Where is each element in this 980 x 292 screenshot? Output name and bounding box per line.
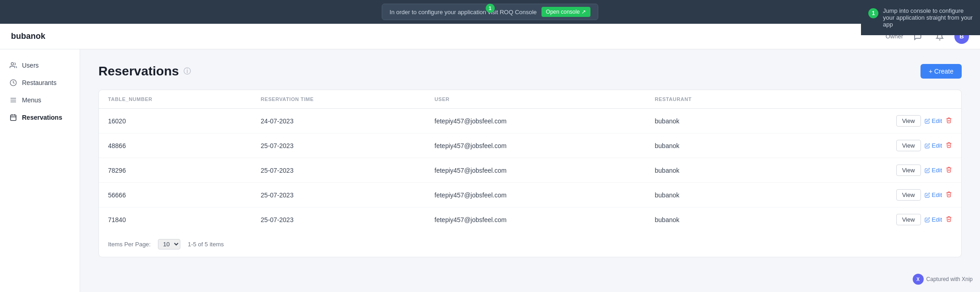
cell-table-number: 78296	[99, 158, 252, 183]
cell-reservation-time: 25-07-2023	[252, 158, 426, 183]
sidebar-users-label: Users	[22, 62, 39, 69]
edit-button[interactable]: Edit	[925, 191, 942, 198]
delete-button[interactable]	[946, 142, 952, 149]
cell-table-number: 16020	[99, 109, 252, 133]
view-button[interactable]: View	[896, 140, 921, 151]
sidebar-reservations-label: Reservations	[22, 114, 62, 121]
items-per-page-label: Items Per Page:	[108, 241, 151, 248]
create-button[interactable]: + Create	[920, 64, 962, 79]
side-tooltip-text: Jump into console to configure your appl…	[883, 7, 973, 28]
cell-actions: View Edit	[780, 207, 961, 232]
sidebar-item-restaurants[interactable]: Restaurants	[0, 74, 80, 91]
cell-user: fetepiy457@jobsfeel.com	[425, 133, 645, 158]
open-console-button[interactable]: Open console ↗	[541, 7, 590, 17]
reservations-table-container: TABLE_NUMBER RESERVATION TIME USER RESTA…	[98, 90, 962, 257]
side-tooltip: 1 Jump into console to configure your ap…	[861, 0, 980, 35]
per-page-select[interactable]: 10 25 50	[158, 239, 180, 250]
table-header-row: TABLE_NUMBER RESERVATION TIME USER RESTA…	[99, 90, 961, 109]
table-row: 56666 25-07-2023 fetepiy457@jobsfeel.com…	[99, 183, 961, 207]
table-row: 71840 25-07-2023 fetepiy457@jobsfeel.com…	[99, 207, 961, 232]
delete-button[interactable]	[946, 117, 952, 125]
cell-reservation-time: 25-07-2023	[252, 133, 426, 158]
xnip-logo: X	[913, 274, 924, 285]
table-row: 78296 25-07-2023 fetepiy457@jobsfeel.com…	[99, 158, 961, 183]
page-title-area: Reservations ⓘ	[98, 64, 191, 79]
cell-restaurant: bubanok	[646, 207, 780, 232]
delete-button[interactable]	[946, 216, 952, 223]
cell-restaurant: bubanok	[646, 109, 780, 133]
restaurant-icon	[9, 79, 17, 87]
col-user: USER	[425, 90, 645, 109]
per-page-selector[interactable]: 10 25 50	[158, 239, 180, 250]
cell-user: fetepiy457@jobsfeel.com	[425, 183, 645, 207]
sidebar-restaurants-label: Restaurants	[22, 79, 56, 86]
cell-actions: View Edit	[780, 183, 961, 207]
view-button[interactable]: View	[896, 165, 921, 176]
header: bubanok Owner 1 B	[0, 24, 980, 49]
pagination: Items Per Page: 10 25 50 1-5 of 5 items	[99, 232, 961, 257]
cell-restaurant: bubanok	[646, 183, 780, 207]
menu-icon	[9, 96, 17, 104]
edit-button[interactable]: Edit	[925, 142, 942, 149]
view-button[interactable]: View	[896, 189, 921, 201]
xnip-text: Captured with Xnip	[926, 276, 973, 282]
col-restaurant: RESTAURANT	[646, 90, 780, 109]
app-layout: Users Restaurants Menus	[0, 49, 980, 292]
pagination-summary: 1-5 of 5 items	[188, 241, 224, 248]
reservations-icon	[9, 113, 17, 122]
cell-restaurant: bubanok	[646, 133, 780, 158]
sidebar-item-menus[interactable]: Menus	[0, 91, 80, 109]
users-icon	[9, 61, 17, 69]
cell-user: fetepiy457@jobsfeel.com	[425, 109, 645, 133]
main-content: Reservations ⓘ + Create TABLE_NUMBER RES…	[80, 49, 980, 292]
svg-point-0	[11, 63, 13, 65]
edit-button[interactable]: Edit	[925, 167, 942, 174]
reservations-table: TABLE_NUMBER RESERVATION TIME USER RESTA…	[99, 90, 961, 232]
view-button[interactable]: View	[896, 214, 921, 225]
page-header: Reservations ⓘ + Create	[98, 64, 962, 79]
xnip-watermark: X Captured with Xnip	[913, 274, 973, 285]
side-tooltip-badge: 1	[868, 8, 878, 18]
banner-message: In order to configure your application v…	[390, 9, 537, 16]
cell-reservation-time: 24-07-2023	[252, 109, 426, 133]
cell-table-number: 71840	[99, 207, 252, 232]
table-row: 48866 25-07-2023 fetepiy457@jobsfeel.com…	[99, 133, 961, 158]
info-icon[interactable]: ⓘ	[184, 67, 191, 76]
sidebar-menus-label: Menus	[22, 96, 41, 104]
svg-rect-5	[11, 115, 16, 121]
cell-reservation-time: 25-07-2023	[252, 207, 426, 232]
view-button[interactable]: View	[896, 115, 921, 127]
cell-reservation-time: 25-07-2023	[252, 183, 426, 207]
sidebar-item-users[interactable]: Users	[0, 57, 80, 74]
col-reservation-time: RESERVATION TIME	[252, 90, 426, 109]
edit-button[interactable]: Edit	[925, 117, 942, 124]
edit-button[interactable]: Edit	[925, 216, 942, 223]
cell-user: fetepiy457@jobsfeel.com	[425, 158, 645, 183]
cell-table-number: 56666	[99, 183, 252, 207]
table-row: 16020 24-07-2023 fetepiy457@jobsfeel.com…	[99, 109, 961, 133]
col-table-number: TABLE_NUMBER	[99, 90, 252, 109]
sidebar-item-reservations[interactable]: Reservations	[0, 109, 80, 126]
delete-button[interactable]	[946, 166, 952, 174]
sidebar: Users Restaurants Menus	[0, 49, 80, 292]
cell-actions: View Edit	[780, 133, 961, 158]
cell-user: fetepiy457@jobsfeel.com	[425, 207, 645, 232]
top-banner: 1 In order to configure your application…	[0, 0, 980, 24]
cell-table-number: 48866	[99, 133, 252, 158]
app-logo: bubanok	[11, 32, 45, 41]
cell-actions: View Edit	[780, 158, 961, 183]
cell-actions: View Edit	[780, 109, 961, 133]
page-title: Reservations	[98, 64, 179, 79]
col-actions	[780, 90, 961, 109]
delete-button[interactable]	[946, 191, 952, 199]
cell-restaurant: bubanok	[646, 158, 780, 183]
banner-badge: 1	[486, 4, 495, 13]
